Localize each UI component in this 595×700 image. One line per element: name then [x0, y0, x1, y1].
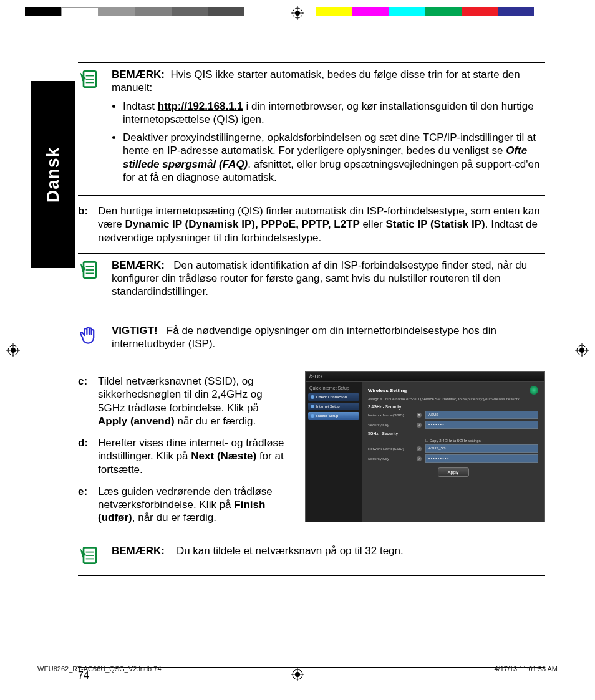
help-icon[interactable]: ? [417, 456, 422, 461]
step-label: d: [78, 436, 93, 476]
help-icon[interactable]: ? [417, 446, 422, 451]
help-icon[interactable]: ? [417, 423, 422, 428]
note-block: BEMÆRK: Den automatisk identifikation af… [78, 253, 545, 310]
registration-mark-icon [6, 343, 20, 357]
step-label: c: [78, 375, 93, 428]
note-icon [78, 544, 103, 569]
note-icon [78, 259, 103, 284]
note-text: Du kan tildele et netværksnavn på op til… [177, 545, 404, 557]
registration-mark-icon [291, 6, 304, 20]
key-label: Security Key [368, 423, 413, 427]
router-url: http://192.168.1.1 [158, 100, 243, 112]
side-item-check[interactable]: Check Connection [308, 393, 359, 401]
note-label: BEMÆRK: [112, 545, 165, 557]
ssid-label: Network Name(SSID) [368, 413, 413, 417]
note-label: BEMÆRK: [112, 69, 165, 80]
router-ui-screenshot: /SUS Quick Internet Setup Check Connecti… [305, 371, 545, 522]
registration-mark-icon [575, 343, 589, 357]
panel-status-icon [530, 386, 538, 395]
section-24ghz: 2.4GHz - Security [368, 405, 538, 409]
section-5ghz: 5GHz - Security [368, 431, 538, 436]
apply-button[interactable]: Apply [438, 467, 469, 477]
important-text: Få de nødvendige oplysninger om din inte… [112, 325, 496, 350]
steps-cde-row: c: Tildel netværksnavnet (SSID), og sikk… [78, 371, 545, 534]
note-icon [78, 68, 103, 93]
hand-stop-icon [78, 324, 103, 349]
step-c: c: Tildel netværksnavnet (SSID), og sikk… [78, 375, 290, 428]
note-bullet: Indtast http://192.168.1.1 i din interne… [123, 100, 545, 127]
router-brand: /SUS [306, 372, 544, 382]
important-label: VIGTIGT! [112, 325, 158, 337]
note-block: BEMÆRK: Hvis QIS ikke starter automatisk… [78, 62, 545, 196]
qis-header: Quick Internet Setup [308, 385, 359, 391]
step-b: b: Den hurtige internetopsæting (QIS) fi… [78, 204, 545, 244]
note-bullet: Deaktiver proxyindstillingerne, opkaldsf… [123, 131, 545, 184]
help-icon[interactable]: ? [417, 413, 422, 418]
ssid-input[interactable]: ASUS [425, 411, 538, 419]
language-tab: Dansk [31, 81, 75, 268]
side-item-internet[interactable]: Internet Setup [308, 403, 359, 410]
print-metadata: WEU8262_RT-AC66U_QSG_V2.indb 74 4/17/13 … [37, 665, 558, 673]
step-label: b: [78, 204, 93, 244]
print-timestamp: 4/17/13 11:01:53 AM [494, 665, 558, 673]
note-label: BEMÆRK: [112, 259, 165, 271]
step-e: e: Læs guiden vedrørende den trådløse ne… [78, 485, 290, 525]
copy-checkbox[interactable]: ☐ Copy 2.4GHz to 5GHz settings [425, 438, 481, 443]
note-text: Den automatisk identifikation af din ISP… [112, 259, 527, 298]
step-label: e: [78, 485, 93, 525]
note-intro: Hvis QIS ikke starter automatisk, bedes … [112, 69, 520, 93]
key5-label: Security Key [368, 457, 413, 461]
ssid5-input[interactable]: ASUS_5G [425, 444, 538, 453]
content-area: BEMÆRK: Hvis QIS ikke starter automatisk… [78, 57, 545, 585]
step-d: d: Herefter vises dine internet- og tråd… [78, 436, 290, 476]
important-block: VIGTIGT! Få de nødvendige oplysninger om… [78, 319, 545, 363]
panel-subtitle: Assign a unique name or SSID (Service Se… [368, 397, 538, 401]
print-filename: WEU8262_RT-AC66U_QSG_V2.indb 74 [37, 665, 162, 673]
side-item-router[interactable]: Router Setup [308, 412, 359, 420]
key-input[interactable]: • • • • • • • [425, 421, 538, 429]
panel-title: Wireless Setting [368, 388, 407, 393]
note-block: BEMÆRK: Du kan tildele et netværksnavn p… [78, 539, 545, 576]
ssid5-label: Network Name(SSID) [368, 447, 413, 451]
key5-input[interactable]: • • • • • • • • • [425, 454, 538, 463]
